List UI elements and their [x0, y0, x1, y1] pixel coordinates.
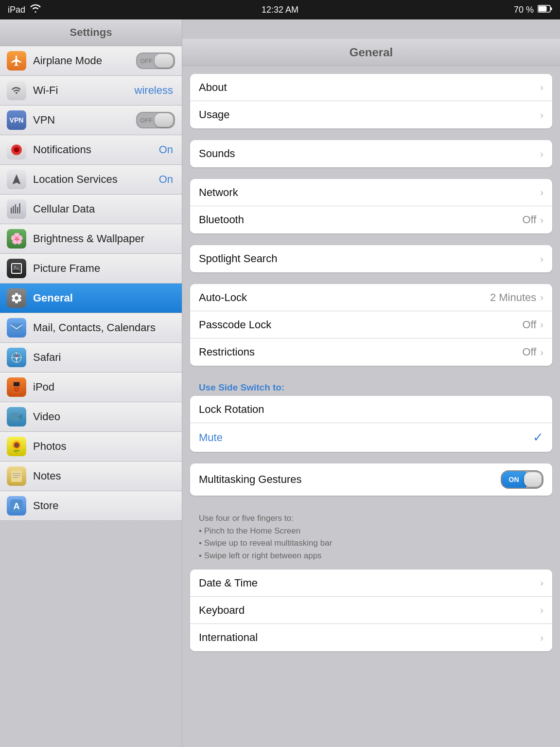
label-pictureframe: Picture Frame: [33, 262, 175, 275]
sidebar-title: Settings: [70, 26, 112, 38]
group-spotlight: Spotlight Search ›: [190, 245, 552, 272]
row-label-spotlight: Spotlight Search: [199, 252, 540, 265]
content-header: General: [182, 39, 560, 66]
label-general: General: [33, 292, 175, 304]
sidebar-item-brightness[interactable]: 🌸Brightness & Wallpaper: [0, 224, 182, 254]
status-bar: iPad 12:32 AM 70 %: [0, 0, 560, 19]
label-notifications: Notifications: [33, 143, 159, 156]
side-switch-header-text: Use Side Switch to:: [190, 377, 552, 396]
sidebar-item-airplane-mode[interactable]: Airplane ModeOFF: [0, 46, 182, 76]
sidebar-item-ipod[interactable]: iPod: [0, 373, 182, 402]
row-value-passcode: Off: [522, 319, 536, 331]
settings-row-usage[interactable]: Usage ›: [190, 101, 552, 128]
settings-row-restrictions[interactable]: Restrictions Off ›: [190, 338, 552, 366]
settings-row-bluetooth[interactable]: Bluetooth Off ›: [190, 206, 552, 233]
settings-row-sounds[interactable]: Sounds ›: [190, 140, 552, 167]
sidebar-item-general[interactable]: General: [0, 284, 182, 313]
svg-rect-2: [539, 6, 547, 11]
chevron-spotlight: ›: [540, 253, 543, 265]
multitasking-toggle[interactable]: ON: [501, 470, 543, 489]
label-store: Store: [33, 499, 175, 512]
sidebar-items-container: Airplane ModeOFFWi-FiwirelessVPNVPNOFFNo…: [0, 46, 182, 521]
svg-rect-19: [11, 413, 18, 421]
sidebar-item-location[interactable]: Location ServicesOn: [0, 165, 182, 195]
row-label-mute: Mute: [199, 431, 533, 444]
chevron-autolock: ›: [540, 292, 543, 303]
chevron-about: ›: [540, 82, 543, 93]
row-label-multitasking: Multitasking Gestures: [199, 473, 501, 486]
sidebar-item-store[interactable]: AStore: [0, 491, 182, 521]
status-left: iPad: [8, 4, 41, 16]
chevron-passcode: ›: [540, 319, 543, 330]
sidebar-item-notes[interactable]: Notes: [0, 462, 182, 491]
row-label-bluetooth: Bluetooth: [199, 213, 522, 226]
settings-row-autolock[interactable]: Auto-Lock 2 Minutes ›: [190, 284, 552, 311]
label-mail: Mail, Contacts, Calendars: [33, 321, 175, 334]
settings-row-international[interactable]: International ›: [190, 624, 552, 651]
row-label-usage: Usage: [199, 108, 540, 121]
row-label-about: About: [199, 81, 540, 94]
sidebar-item-vpn[interactable]: VPNVPNOFF: [0, 106, 182, 135]
group-lock: Auto-Lock 2 Minutes › Passcode Lock Off …: [190, 284, 552, 366]
settings-row-passcode[interactable]: Passcode Lock Off ›: [190, 311, 552, 338]
row-label-passcode: Passcode Lock: [199, 319, 522, 331]
icon-store: A: [7, 496, 26, 516]
row-value-autolock: 2 Minutes: [490, 291, 536, 304]
icon-vpn: VPN: [7, 110, 26, 130]
sidebar-item-mail[interactable]: Mail, Contacts, Calendars: [0, 313, 182, 343]
group-about: About › Usage ›: [190, 74, 552, 128]
icon-general: [7, 288, 26, 308]
sidebar-item-photos[interactable]: 🌻Photos: [0, 432, 182, 462]
sidebar-item-cellular[interactable]: Cellular Data: [0, 195, 182, 224]
sidebar-item-notifications[interactable]: NotificationsOn: [0, 135, 182, 165]
icon-airplane-mode: [7, 51, 26, 71]
battery-icon: [538, 5, 552, 15]
status-right: 70 %: [514, 5, 552, 15]
chevron-network: ›: [540, 187, 543, 198]
label-notes: Notes: [33, 470, 175, 482]
icon-notes: [7, 466, 26, 486]
chevron-restrictions: ›: [540, 347, 543, 358]
group-network: Network › Bluetooth Off ›: [190, 179, 552, 233]
sidebar-item-wifi[interactable]: Wi-Fiwireless: [0, 76, 182, 106]
icon-notifications: [7, 140, 26, 160]
group-bottom: Date & Time › Keyboard › International ›: [190, 569, 552, 651]
settings-row-mute[interactable]: Mute ✓: [190, 423, 552, 452]
main-container: Settings Airplane ModeOFFWi-FiwirelessVP…: [0, 19, 560, 747]
settings-row-lockrotation[interactable]: Lock Rotation: [190, 396, 552, 423]
toggle-on-label: ON: [502, 471, 526, 488]
label-vpn: VPN: [33, 114, 136, 126]
label-ipod: iPod: [33, 381, 175, 393]
chevron-international: ›: [540, 632, 543, 643]
row-label-datetime: Date & Time: [199, 577, 540, 589]
row-label-lockrotation: Lock Rotation: [199, 403, 543, 416]
content-scroll: About › Usage › Sounds › Network › Bluet…: [182, 66, 560, 747]
svg-rect-16: [14, 382, 19, 386]
toggle-vpn[interactable]: OFF: [136, 112, 175, 128]
sidebar-header: Settings: [0, 19, 182, 46]
settings-row-network[interactable]: Network ›: [190, 179, 552, 206]
group-multitasking: Multitasking Gestures ON: [190, 463, 552, 496]
sidebar-item-safari[interactable]: Safari: [0, 343, 182, 373]
settings-row-multitasking[interactable]: Multitasking Gestures ON: [190, 463, 552, 496]
settings-row-keyboard[interactable]: Keyboard ›: [190, 597, 552, 624]
sidebar: Settings Airplane ModeOFFWi-FiwirelessVP…: [0, 19, 182, 747]
svg-rect-1: [551, 7, 552, 10]
sidebar-item-pictureframe[interactable]: Picture Frame: [0, 254, 182, 284]
multitasking-description: Use four or five fingers to: • Pinch to …: [190, 507, 552, 569]
svg-point-18: [16, 389, 18, 391]
settings-row-about[interactable]: About ›: [190, 74, 552, 101]
row-label-international: International: [199, 631, 540, 644]
status-time: 12:32 AM: [262, 5, 298, 15]
icon-location: [7, 170, 26, 189]
settings-row-spotlight[interactable]: Spotlight Search ›: [190, 245, 552, 272]
checkmark-mute: ✓: [533, 430, 543, 445]
sidebar-item-video[interactable]: Video: [0, 402, 182, 432]
svg-rect-8: [11, 323, 22, 332]
label-wifi: Wi-Fi: [33, 84, 135, 97]
label-location: Location Services: [33, 173, 159, 186]
value-notifications: On: [159, 143, 173, 156]
toggle-airplane-mode[interactable]: OFF: [136, 53, 175, 69]
settings-row-datetime[interactable]: Date & Time ›: [190, 569, 552, 597]
value-wifi: wireless: [135, 84, 173, 97]
